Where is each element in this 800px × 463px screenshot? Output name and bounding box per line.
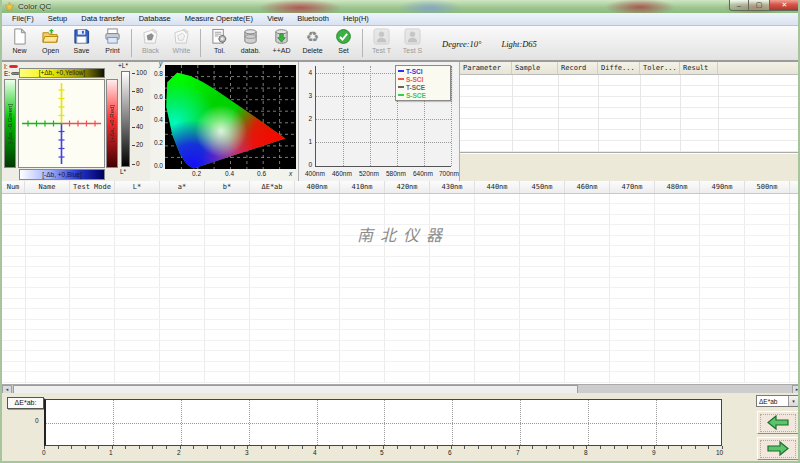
watermark-text: 南北仪器	[357, 222, 449, 246]
result-col-record[interactable]: Record	[558, 62, 598, 74]
print-button[interactable]: Print	[97, 27, 128, 60]
toolbar-separator	[200, 29, 201, 57]
sample-legend: E:	[4, 70, 20, 77]
lightness-gradient-bar	[121, 71, 130, 167]
trend-x-tick: 0	[42, 449, 46, 456]
menu-help[interactable]: Help(H)	[336, 13, 376, 25]
white-calibration-icon	[172, 27, 191, 46]
col-450nm[interactable]: 450nm	[520, 181, 565, 193]
col-470nm[interactable]: 470nm	[610, 181, 655, 193]
col-420nm[interactable]: 420nm	[385, 181, 430, 193]
menu-file[interactable]: File(F)	[5, 13, 41, 25]
col-460nm[interactable]: 460nm	[565, 181, 610, 193]
lstar-top-label: +L*	[118, 62, 148, 69]
spectral-x-tick: 700nm	[439, 170, 459, 177]
legend-dash-icon	[398, 70, 404, 72]
maximize-button[interactable]: ▢	[749, 0, 769, 11]
delete-button[interactable]: ♻ Delete	[297, 27, 328, 60]
horizontal-scrollbar[interactable]: ◂ ▸	[2, 384, 800, 393]
next-record-button[interactable]	[757, 437, 799, 460]
database-add-icon	[272, 27, 291, 46]
col-a[interactable]: a*	[160, 181, 205, 193]
blue-axis-bar: [-Δb, +0,Blue]	[19, 169, 105, 180]
cie-diagram	[165, 65, 296, 169]
result-col-empty	[718, 62, 800, 74]
menu-data-transfer[interactable]: Data transfer	[74, 13, 131, 25]
tolerance-button[interactable]: Tol.	[204, 27, 235, 60]
person-bust-icon	[403, 27, 422, 46]
spectral-x-tick: 640nm	[413, 170, 433, 177]
close-button[interactable]: ✕	[769, 0, 800, 11]
menu-measure-operate[interactable]: Measure Operate(E)	[178, 13, 260, 25]
l-tick-label: 80	[132, 87, 143, 94]
result-col-difference[interactable]: Diffe...	[598, 62, 640, 74]
open-folder-icon	[41, 27, 60, 46]
menu-bluetooth[interactable]: Bluetooth	[290, 13, 336, 25]
recycle-icon: ♻	[303, 27, 322, 46]
result-col-parameter[interactable]: Parameter	[460, 62, 512, 74]
trend-x-tick: 3	[245, 449, 249, 456]
toolbar-separator	[131, 29, 132, 57]
result-col-sample[interactable]: Sample	[512, 62, 558, 74]
col-test-mode[interactable]: Test Mode	[70, 181, 115, 193]
spectral-y-tick: 0	[301, 161, 312, 168]
col-deab[interactable]: ΔE*ab	[250, 181, 295, 193]
col-410nm[interactable]: 410nm	[340, 181, 385, 193]
white-calibration-button[interactable]: White	[166, 27, 197, 60]
legend-dash-icon	[398, 86, 404, 88]
col-430nm[interactable]: 430nm	[430, 181, 475, 193]
col-b[interactable]: b*	[205, 181, 250, 193]
measurement-table-header: Num Name Test Mode L* a* b* ΔE*ab 400nm …	[2, 181, 800, 194]
open-button[interactable]: Open	[35, 27, 66, 60]
col-400nm[interactable]: 400nm	[295, 181, 340, 193]
target-color-swatch	[9, 65, 18, 68]
black-calibration-button[interactable]: Black	[135, 27, 166, 60]
right-arrow-icon	[760, 440, 796, 458]
previous-record-button[interactable]	[757, 411, 799, 434]
col-490nm[interactable]: 490nm	[700, 181, 745, 193]
col-440nm[interactable]: 440nm	[475, 181, 520, 193]
test-sample-button[interactable]: Test S	[397, 27, 428, 60]
col-510nm[interactable]: 510nm	[790, 181, 800, 193]
save-button[interactable]: Save	[66, 27, 97, 60]
col-500nm[interactable]: 500nm	[745, 181, 790, 193]
legend-item-t-sce: T-SCE	[398, 83, 448, 91]
result-col-tolerance[interactable]: Toler...	[640, 62, 680, 74]
set-button[interactable]: Set	[328, 27, 359, 60]
printer-icon	[103, 27, 122, 46]
chevron-down-icon[interactable]: ▾	[788, 396, 798, 406]
test-target-button[interactable]: Test T	[366, 27, 397, 60]
person-bust-icon	[372, 27, 391, 46]
trend-zero-tick: 0	[35, 417, 39, 424]
new-document-icon	[10, 27, 29, 46]
ab-plane-plot	[18, 79, 105, 168]
trend-x-tick: 5	[380, 449, 384, 456]
trend-x-tick: 8	[584, 449, 588, 456]
trend-metric-dropdown[interactable]: ΔE*ab ▾	[756, 395, 799, 407]
spectral-chart-panel: 4 3 2 1 0 400nm 460nm 520nm 580nm 640nm …	[298, 62, 459, 182]
menu-bar: File(F) Setup Data transfer Database Mea…	[2, 13, 800, 26]
database-button[interactable]: datab.	[235, 27, 266, 60]
delta-e-label-button[interactable]: ΔE*ab:	[7, 397, 44, 409]
new-button[interactable]: New	[4, 27, 35, 60]
minimize-button[interactable]: –	[729, 0, 749, 11]
app-icon	[5, 2, 14, 11]
col-name[interactable]: Name	[25, 181, 70, 193]
trend-x-tick: 9	[652, 449, 656, 456]
green-axis-bar: [-Δa, -0,Green]	[4, 79, 16, 168]
result-col-result[interactable]: Result	[680, 62, 718, 74]
legend-item-t-sci: T-SCI	[398, 67, 448, 75]
menu-view[interactable]: View	[260, 13, 290, 25]
menu-database[interactable]: Database	[132, 13, 178, 25]
cie-x-axis-label: x	[289, 170, 292, 177]
trend-x-tick: 4	[313, 449, 317, 456]
add-data-button[interactable]: ++AD	[266, 27, 297, 60]
black-calibration-icon	[141, 27, 160, 46]
cie-y-tick: 0.0	[150, 162, 163, 169]
cie-y-tick: 0.6	[150, 93, 163, 100]
col-l[interactable]: L*	[115, 181, 160, 193]
menu-setup[interactable]: Setup	[41, 13, 75, 25]
col-480nm[interactable]: 480nm	[655, 181, 700, 193]
col-num[interactable]: Num	[2, 181, 25, 193]
trend-chart-panel: ΔE*ab: 0 0 1 2 3 4 5 6 7 8 9 10 ΔE*ab ▾	[2, 393, 800, 463]
